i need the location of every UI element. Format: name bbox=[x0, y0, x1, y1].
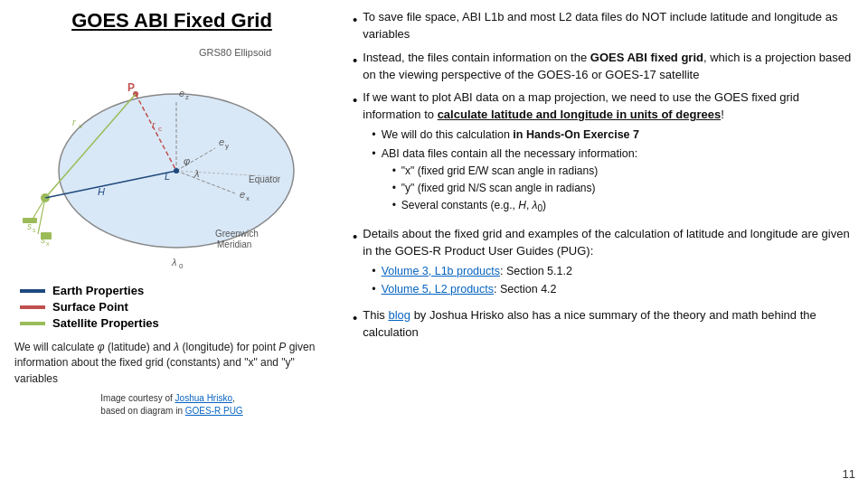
sub-sub-text-1: "x" (fixed grid E/W scan angle in radian… bbox=[401, 164, 598, 179]
sub-bullet-dot-3-1: • bbox=[372, 127, 375, 144]
svg-text:y: y bbox=[225, 142, 229, 150]
svg-text:z: z bbox=[185, 93, 189, 101]
svg-text:0: 0 bbox=[179, 262, 184, 270]
svg-text:e: e bbox=[240, 189, 245, 200]
bullet-dot-5: • bbox=[353, 308, 357, 328]
bullet-1: • To save file space, ABI L1b and most L… bbox=[353, 9, 854, 43]
legend-label-earth: Earth Properties bbox=[52, 284, 144, 297]
sub-bullet-3-1: • We will do this calculation in Hands-O… bbox=[372, 127, 854, 144]
sub-sub-bullet-1: • "x" (fixed grid E/W scan angle in radi… bbox=[392, 164, 637, 179]
svg-text:GRS80 Ellipsoid: GRS80 Ellipsoid bbox=[199, 47, 271, 58]
svg-text:λ: λ bbox=[171, 257, 176, 267]
svg-text:φ: φ bbox=[184, 155, 190, 166]
sub-sub-dot-2: • bbox=[392, 181, 396, 196]
bullet-3-text: If we want to plot ABI data on a map pro… bbox=[363, 90, 799, 121]
bullet-4-sub-list: • Volume 3, L1b products: Section 5.1.2 … bbox=[372, 264, 854, 298]
sub-bullet-3-2-text: ABI data files contain all the necessary… bbox=[382, 147, 637, 160]
joshua-hrisko-link[interactable]: Joshua Hrisko bbox=[175, 393, 232, 403]
legend-line-surface bbox=[20, 305, 45, 309]
bullet-2: • Instead, the files contain information… bbox=[353, 50, 854, 84]
sub-sub-text-2: "y" (fixed grid N/S scan angle in radian… bbox=[401, 181, 596, 196]
sub-bullet-3-2-content: ABI data files contain all the necessary… bbox=[382, 146, 637, 217]
sub-bullet-4-2: • Volume 5, L2 products: Section 4.2 bbox=[372, 282, 854, 298]
svg-rect-36 bbox=[41, 232, 52, 239]
vol3-link[interactable]: Volume 3, L1b products bbox=[382, 265, 500, 277]
page-number: 11 bbox=[843, 467, 855, 481]
sub-bullet-3-1-text: We will do this calculation in Hands-On … bbox=[382, 127, 639, 144]
sub-bullet-dot-3-2: • bbox=[372, 146, 375, 163]
slide-title: GOES ABI Fixed Grid bbox=[71, 9, 272, 33]
sub-bullet-dot-4-2: • bbox=[372, 282, 375, 298]
bullet-dot-1: • bbox=[353, 10, 357, 30]
main-bullet-list: • To save file space, ABI L1b and most L… bbox=[353, 9, 854, 347]
svg-text:s: s bbox=[79, 122, 82, 130]
svg-text:r: r bbox=[72, 117, 77, 127]
bullet-dot-4: • bbox=[353, 227, 357, 247]
bullet-dot-2: • bbox=[353, 51, 357, 70]
bullet-3-sub-list: • We will do this calculation in Hands-O… bbox=[372, 127, 854, 217]
svg-text:e: e bbox=[179, 88, 184, 99]
svg-text:Equator: Equator bbox=[249, 174, 281, 184]
image-credit: Image courtesy of Joshua Hrisko, based o… bbox=[100, 392, 242, 418]
sub-sub-dot-1: • bbox=[392, 164, 396, 179]
bullet-5: • This blog by Joshua Hrisko also has a … bbox=[353, 307, 854, 342]
bullet-2-text: Instead, the files contain information o… bbox=[363, 50, 854, 84]
svg-text:s: s bbox=[33, 227, 36, 233]
legend-label-satellite: Satellite Properties bbox=[52, 316, 159, 330]
diagram-area: GRS80 Ellipsoid Equator Greenwich Meridi… bbox=[18, 40, 326, 275]
svg-text:e: e bbox=[219, 136, 224, 147]
left-panel: GOES ABI Fixed Grid GRS80 Ellipsoid Equa… bbox=[0, 0, 344, 488]
svg-text:H: H bbox=[98, 186, 105, 197]
svg-text:L: L bbox=[165, 171, 170, 182]
svg-text:x: x bbox=[246, 194, 250, 202]
sub-sub-bullet-3: • Several constants (e.g., H, λ0) bbox=[392, 198, 637, 215]
sub-bullet-4-1: • Volume 3, L1b products: Section 5.1.2 bbox=[372, 264, 854, 280]
svg-point-26 bbox=[174, 168, 179, 174]
bullet-4: • Details about the fixed grid and examp… bbox=[353, 226, 854, 301]
bullet-1-text: To save file space, ABI L1b and most L2 … bbox=[363, 9, 854, 43]
sub-bullet-4-2-text: Volume 5, L2 products: Section 4.2 bbox=[382, 282, 557, 298]
sub-sub-bullet-list: • "x" (fixed grid E/W scan angle in radi… bbox=[392, 164, 637, 215]
right-panel: • To save file space, ABI L1b and most L… bbox=[344, 0, 868, 488]
svg-text:λ: λ bbox=[193, 168, 199, 179]
sub-bullet-dot-4-1: • bbox=[372, 264, 375, 280]
sub-sub-bullet-2: • "y" (fixed grid N/S scan angle in radi… bbox=[392, 181, 637, 196]
svg-rect-37 bbox=[23, 218, 37, 223]
legend-line-satellite bbox=[20, 322, 45, 325]
sub-bullet-3-2: • ABI data files contain all the necessa… bbox=[372, 146, 854, 217]
svg-text:Greenwich: Greenwich bbox=[215, 229, 259, 239]
sub-bullet-4-1-text: Volume 3, L1b products: Section 5.1.2 bbox=[382, 264, 572, 280]
legend-line-earth bbox=[20, 289, 45, 293]
legend-item-surface: Surface Point bbox=[20, 300, 333, 314]
bullet-4-text: Details about the fixed grid and example… bbox=[363, 227, 849, 258]
vol5-link[interactable]: Volume 5, L2 products bbox=[382, 283, 494, 296]
sub-sub-dot-3: • bbox=[392, 198, 396, 213]
goes-r-pug-link[interactable]: GOES-R PUG bbox=[185, 406, 243, 416]
legend: Earth Properties Surface Point Satellite… bbox=[11, 280, 333, 333]
svg-text:c: c bbox=[158, 125, 162, 133]
bullet-dot-3: • bbox=[353, 90, 357, 110]
blog-link[interactable]: blog bbox=[388, 308, 410, 322]
bullet-3: • If we want to plot ABI data on a map p… bbox=[353, 89, 854, 220]
svg-text:x: x bbox=[46, 240, 50, 247]
legend-item-earth: Earth Properties bbox=[20, 284, 333, 297]
caption-text: We will calculate φ (latitude) and λ (lo… bbox=[11, 340, 333, 387]
sub-sub-text-3: Several constants (e.g., H, λ0) bbox=[401, 198, 546, 215]
bullet-5-text: This blog by Joshua Hrisko also has a ni… bbox=[363, 307, 854, 342]
svg-text:P: P bbox=[127, 81, 135, 94]
bullet-4-content: Details about the fixed grid and example… bbox=[363, 226, 854, 301]
bullet-3-content: If we want to plot ABI data on a map pro… bbox=[363, 89, 854, 220]
legend-item-satellite: Satellite Properties bbox=[20, 316, 333, 330]
legend-label-surface: Surface Point bbox=[52, 300, 128, 314]
svg-text:Meridian: Meridian bbox=[217, 239, 251, 249]
